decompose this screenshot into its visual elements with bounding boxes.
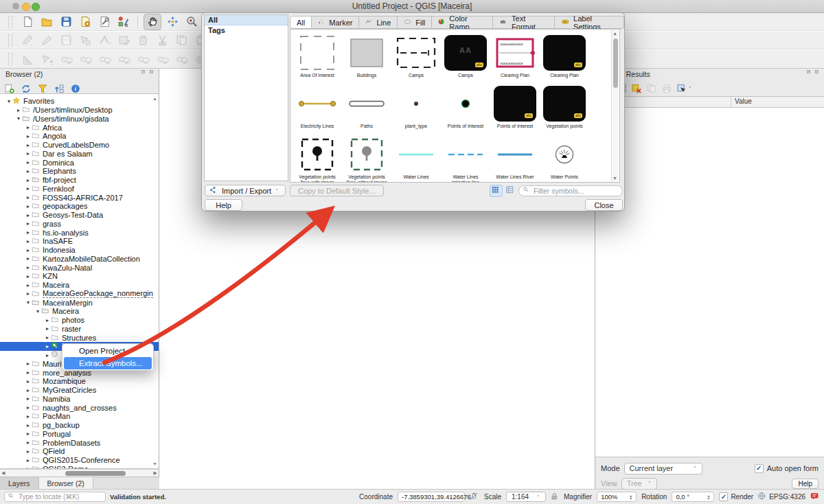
- print-results-icon[interactable]: [661, 84, 672, 94]
- tree-item[interactable]: ▸ photos: [0, 316, 159, 325]
- zoom-in-icon[interactable]: [183, 14, 200, 30]
- current-edits-icon[interactable]: [19, 33, 36, 48]
- tree-item[interactable]: ▸ QField: [0, 447, 159, 456]
- pan-to-selection-icon[interactable]: [164, 14, 181, 30]
- shape-tool-icon[interactable]: [58, 51, 74, 67]
- tree-item[interactable]: ▸ Mozambique: [0, 377, 159, 386]
- expand-arrow-icon[interactable]: ▸: [44, 352, 51, 358]
- tree-item[interactable]: ▸ Fernkloof: [0, 185, 159, 194]
- panel-close-icon[interactable]: [150, 70, 156, 76]
- tree-item[interactable]: ▸ ProblemDatasets: [0, 438, 159, 447]
- collapse-arrow-icon[interactable]: ▾: [34, 308, 41, 314]
- expand-arrow-icon[interactable]: ▸: [25, 133, 32, 139]
- expand-arrow-icon[interactable]: ▸: [25, 360, 32, 367]
- tree-item[interactable]: ▸ MaceiraGeoPackage_nonmergin: [0, 290, 159, 299]
- symbol-tile[interactable]: AAabc Camps: [441, 34, 490, 84]
- expand-arrow-icon[interactable]: ▸: [25, 238, 32, 244]
- panel-close-icon[interactable]: [815, 70, 821, 76]
- render-checkbox[interactable]: ✓: [719, 492, 728, 501]
- symbol-tile[interactable]: Water Points: [540, 135, 589, 183]
- symbol-tile[interactable]: Water Lines River: [490, 135, 540, 183]
- shape-tool-icon[interactable]: [96, 51, 113, 67]
- collapse-all-icon[interactable]: [54, 84, 65, 94]
- symbol-tile[interactable]: plant_type: [391, 84, 441, 135]
- tab-label-settings[interactable]: abcLabel Settings: [555, 16, 624, 29]
- save-as-icon[interactable]: [77, 14, 93, 30]
- tree-item[interactable]: ▸ /Users/timlinux/Desktop: [0, 106, 159, 115]
- tree-item[interactable]: ▸ Elephants: [0, 167, 159, 176]
- icon-view-toggle[interactable]: [490, 185, 503, 197]
- expand-arrow-icon[interactable]: ▸: [25, 448, 32, 455]
- category-tags[interactable]: Tags: [205, 25, 288, 35]
- tab-marker[interactable]: Marker: [312, 16, 359, 29]
- tab-line[interactable]: Line: [359, 16, 398, 29]
- toggle-editing-icon[interactable]: [38, 33, 55, 48]
- scroll-down-arrow-icon[interactable]: ▼: [152, 461, 157, 466]
- shape-tool-icon[interactable]: [77, 51, 93, 67]
- expand-arrow-icon[interactable]: ▸: [25, 168, 32, 174]
- expand-arrow-icon[interactable]: ▸: [25, 142, 32, 148]
- scroll-right-arrow-icon[interactable]: ▶: [154, 470, 157, 476]
- expand-arrow-icon[interactable]: ▸: [25, 457, 32, 463]
- results-help-button[interactable]: Help: [792, 479, 819, 489]
- tree-item[interactable]: ▾ Favorites: [0, 97, 159, 106]
- style-manager-icon[interactable]: a: [115, 14, 132, 30]
- tree-item[interactable]: ▾ Maceira: [0, 307, 159, 316]
- tree-item[interactable]: ▸ raster: [0, 325, 159, 334]
- tree-item[interactable]: ▸ FOSS4G-AFRICA-2017: [0, 193, 159, 202]
- expand-arrow-icon[interactable]: ▸: [25, 220, 32, 227]
- expand-arrow-icon[interactable]: ▸: [15, 107, 22, 113]
- symbol-tile[interactable]: abc Vegetation points: [540, 84, 589, 135]
- results-table-body[interactable]: [595, 108, 824, 457]
- save-edits-icon[interactable]: [58, 33, 74, 48]
- filter-browser-icon[interactable]: [37, 84, 48, 94]
- tree-item[interactable]: ▸ InaSAFE: [0, 237, 159, 246]
- shape-tool-icon[interactable]: [154, 51, 170, 67]
- expand-arrow-icon[interactable]: ▸: [25, 159, 32, 165]
- symbol-tile[interactable]: Points of Interest: [441, 84, 490, 135]
- tab-color-ramp[interactable]: Color Ramp: [432, 16, 493, 29]
- expand-arrow-icon[interactable]: ▸: [25, 396, 32, 402]
- magnifier-spinner[interactable]: 100% ▲▼: [597, 492, 637, 502]
- lock-icon[interactable]: [551, 492, 559, 501]
- expand-arrow-icon[interactable]: ▸: [44, 317, 51, 323]
- tree-item[interactable]: ▸ Africa: [0, 123, 159, 132]
- scroll-left-arrow-icon[interactable]: ◀: [1, 470, 5, 476]
- tree-item[interactable]: ▸ fbf-project: [0, 176, 159, 185]
- dialog-close-button[interactable]: Close: [585, 199, 623, 211]
- collapse-arrow-icon[interactable]: ▾: [15, 115, 22, 122]
- expand-arrow-icon[interactable]: ▸: [25, 439, 32, 446]
- tree-item[interactable]: ▸ Geosys-Test-Data: [0, 211, 159, 220]
- expand-arrow-icon[interactable]: ▸: [25, 264, 32, 271]
- auto-open-form-checkbox[interactable]: ✓: [755, 464, 764, 473]
- panel-tab-browser-2-[interactable]: Browser (2): [39, 477, 93, 490]
- tree-item[interactable]: ▸ pg_backup: [0, 421, 159, 430]
- tree-item[interactable]: ▸ KartozaMobileDataCollection: [0, 255, 159, 264]
- symbol-tile[interactable]: Buildings: [342, 34, 391, 84]
- scroll-up-arrow-icon[interactable]: ▲: [613, 31, 617, 36]
- tree-item[interactable]: ▸ MyGreatCiricles: [0, 386, 159, 395]
- expand-arrow-icon[interactable]: ▸: [25, 124, 32, 130]
- expand-arrow-icon[interactable]: ▸: [25, 229, 32, 236]
- view-select[interactable]: Tree: [621, 478, 657, 490]
- expand-arrow-icon[interactable]: ▸: [25, 378, 32, 385]
- tree-item[interactable]: ▸ hs.io-analysis: [0, 228, 159, 237]
- tree-item[interactable]: ▸ Indonesia: [0, 246, 159, 255]
- copy-features-icon[interactable]: [173, 33, 190, 48]
- symbol-tile[interactable]: abc Points of Interest: [490, 84, 540, 135]
- panel-tab-layers[interactable]: Layers: [0, 477, 39, 490]
- expand-arrow-icon[interactable]: ▸: [25, 273, 32, 279]
- locate-search-input[interactable]: Type to locate (⌘K): [4, 492, 106, 502]
- import-export-button[interactable]: Import / Export: [205, 185, 286, 196]
- open-project-icon[interactable]: [38, 14, 55, 30]
- expand-arrow-icon[interactable]: ▸: [25, 203, 32, 209]
- list-view-toggle[interactable]: [505, 185, 516, 196]
- tree-item[interactable]: ▸ Dar es Salaam: [0, 150, 159, 159]
- symbol-tile[interactable]: Water Lines Irrigation line: [441, 135, 490, 183]
- properties-info-icon[interactable]: i: [70, 84, 81, 94]
- tree-item[interactable]: ▾ MaceiraMergin: [0, 298, 159, 307]
- refresh-icon[interactable]: [21, 84, 32, 94]
- category-all[interactable]: All: [205, 15, 288, 25]
- shape-tool-icon[interactable]: [173, 51, 190, 67]
- expand-arrow-icon[interactable]: ▸: [25, 150, 32, 157]
